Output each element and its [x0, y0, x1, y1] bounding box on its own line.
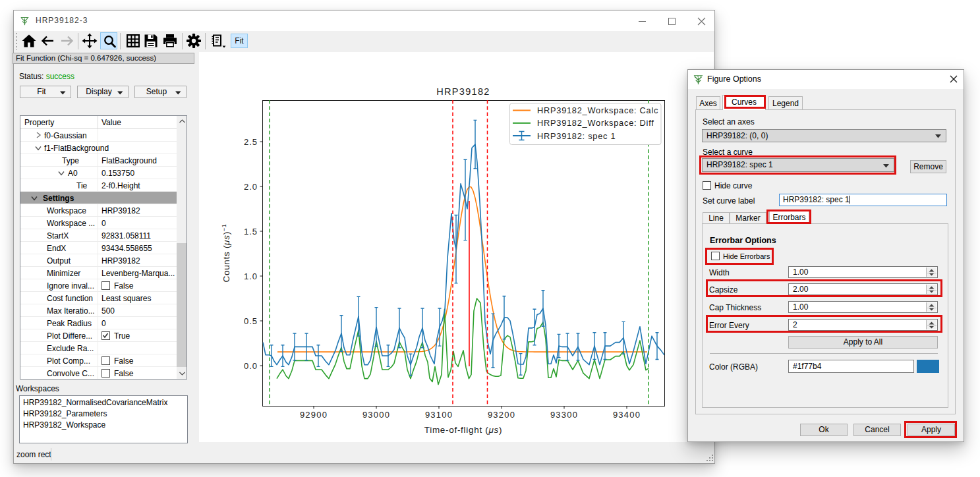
svg-text:93100: 93100	[425, 410, 453, 420]
svg-text:93000: 93000	[362, 410, 390, 420]
svg-text:93200: 93200	[488, 410, 515, 420]
svg-text:92900: 92900	[300, 410, 328, 420]
svg-text:HRP39182: spec 1: HRP39182: spec 1	[537, 131, 616, 141]
svg-text:Time-of-flight (μs): Time-of-flight (μs)	[424, 425, 502, 435]
svg-text:HRP39182_Workspace: Diff: HRP39182_Workspace: Diff	[537, 118, 654, 128]
svg-text:93400: 93400	[613, 410, 641, 420]
svg-text:Counts (μs)−1: Counts (μs)−1	[221, 223, 231, 282]
svg-text:2.0: 2.0	[244, 182, 258, 192]
svg-text:1.5: 1.5	[244, 227, 258, 237]
svg-text:2.5: 2.5	[244, 137, 258, 147]
svg-text:0.0: 0.0	[244, 361, 258, 371]
svg-text:93300: 93300	[550, 410, 578, 420]
svg-text:HRP39182_Workspace: Calc: HRP39182_Workspace: Calc	[537, 105, 658, 115]
svg-text:0.5: 0.5	[244, 316, 258, 326]
svg-text:HRP39182: HRP39182	[436, 86, 490, 97]
svg-text:1.0: 1.0	[244, 271, 258, 281]
